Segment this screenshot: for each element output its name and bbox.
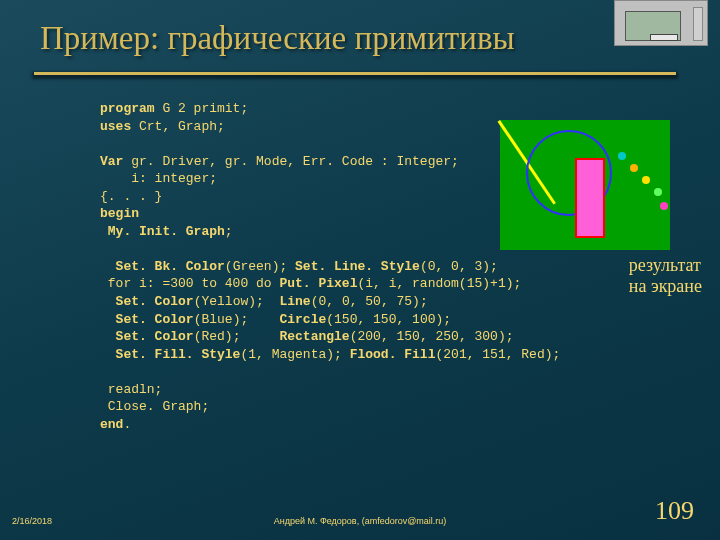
code-text: (1, Magenta); — [240, 347, 349, 362]
footer-author: Андрей М. Федоров, (amfedorov@mail.ru) — [274, 516, 447, 526]
title-underline — [34, 72, 676, 75]
code-text: (200, 150, 250, 300); — [350, 329, 514, 344]
code-text: ; — [225, 224, 233, 239]
proc-setcolor: Set. Color — [100, 294, 194, 309]
code-block: program G 2 primit; uses Crt, Graph; Var… — [100, 100, 560, 433]
proc-setcolor: Set. Color — [100, 312, 194, 327]
slide-number: 109 — [655, 496, 694, 526]
kw-end: end — [100, 417, 123, 432]
pixel-dot — [654, 188, 662, 196]
proc-rectangle: Rectangle — [279, 329, 349, 344]
footer-date: 2/16/2018 — [12, 516, 52, 526]
code-text: (0, 0, 3); — [420, 259, 498, 274]
code-text: . — [123, 417, 131, 432]
code-text: (Blue); — [194, 312, 280, 327]
code-text: (i, i, random(15)+1); — [357, 276, 521, 291]
proc-setlinestyle: Set. Line. Style — [295, 259, 420, 274]
code-text: (150, 150, 100); — [326, 312, 451, 327]
proc-setcolor: Set. Color — [100, 329, 194, 344]
code-text: (Green); — [225, 259, 295, 274]
code-text: i: integer; — [100, 171, 217, 186]
slide-title: Пример: графические примитивы — [0, 0, 720, 57]
kw-var: Var — [100, 154, 131, 169]
pixel-dot — [630, 164, 638, 172]
proc-putpixel: Put. Pixel — [279, 276, 357, 291]
red-magenta-rectangle — [575, 158, 605, 238]
code-text: for i: =300 to 400 do — [100, 276, 279, 291]
proc-floodfill: Flood. Fill — [350, 347, 436, 362]
result-label: результат на экране — [629, 255, 702, 296]
result-line-2: на экране — [629, 276, 702, 296]
proc-line: Line — [279, 294, 310, 309]
code-text: readln; — [100, 382, 162, 397]
proc-setbkcolor: Set. Bk. Color — [100, 259, 225, 274]
code-text: Crt, Graph; — [139, 119, 225, 134]
result-line-1: результат — [629, 255, 701, 275]
code-text: Close. Graph; — [100, 399, 209, 414]
proc-initgraph: My. Init. Graph — [100, 224, 225, 239]
code-text: G 2 primit; — [155, 101, 249, 116]
code-text: (0, 0, 50, 75); — [311, 294, 428, 309]
thumbnail-scrollbar — [693, 7, 703, 41]
pixel-dot — [618, 152, 626, 160]
code-text: gr. Driver, gr. Mode, Err. Code : Intege… — [131, 154, 459, 169]
proc-circle: Circle — [279, 312, 326, 327]
proc-setfillstyle: Set. Fill. Style — [100, 347, 240, 362]
code-text: {. . . } — [100, 189, 162, 204]
kw-begin: begin — [100, 206, 139, 221]
code-text: (201, 151, Red); — [435, 347, 560, 362]
kw-uses: uses — [100, 119, 139, 134]
thumbnail-inner — [625, 11, 681, 41]
code-text: (Red); — [194, 329, 280, 344]
kw-program: program — [100, 101, 155, 116]
pixel-dot — [642, 176, 650, 184]
thumbnail-button — [650, 34, 678, 41]
preview-thumbnail — [614, 0, 708, 46]
pixel-dot — [660, 202, 668, 210]
code-text: (Yellow); — [194, 294, 280, 309]
